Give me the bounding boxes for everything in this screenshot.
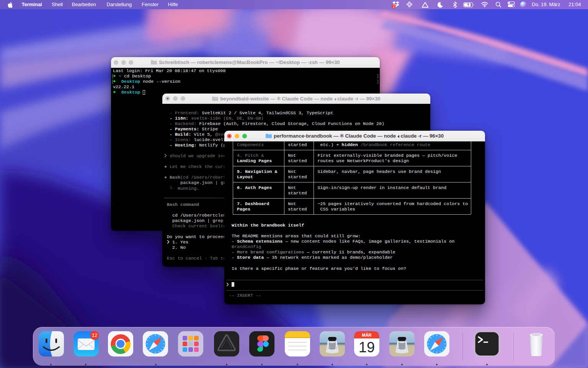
svg-text:19: 19 — [359, 339, 375, 355]
svg-text:2: 2 — [393, 5, 395, 8]
svg-text:MÄR: MÄR — [362, 333, 371, 337]
svg-text:12: 12 — [92, 332, 97, 338]
